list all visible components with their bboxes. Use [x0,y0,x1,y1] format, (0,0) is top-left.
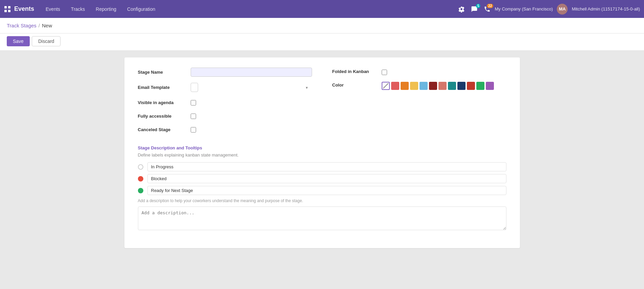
color-swatch-redlight[interactable] [391,82,399,90]
email-template-label: Email Template [138,83,185,90]
email-template-select-wrapper [191,83,312,92]
color-swatch-lightblue[interactable] [420,82,428,90]
app-brand[interactable]: Events [14,5,34,13]
color-swatch-darkblue[interactable] [457,82,466,90]
nav-configuration[interactable]: Configuration [122,4,160,14]
state-input-blocked[interactable] [147,174,506,183]
state-dot-blocked [138,176,143,182]
stage-name-label: Stage Name [138,68,185,75]
grid-menu-icon[interactable] [4,6,11,13]
form-columns: Stage Name Email Template Visible in age… [138,68,506,139]
canceled-stage-checkbox[interactable] [191,127,196,133]
save-button[interactable]: Save [7,36,30,46]
color-swatch-crimson[interactable] [467,82,475,90]
topnav-right: 5 22 My Company (San Francisco) MA Mitch… [458,4,640,15]
canceled-stage-label: Canceled Stage [138,125,185,132]
visible-agenda-checkbox[interactable] [191,100,196,105]
nav-events[interactable]: Events [41,4,65,14]
phone-icon-btn[interactable]: 22 [484,6,491,13]
folded-kanban-group: Folded in Kanban [332,68,506,75]
fully-accessible-label: Fully accessible [138,112,185,119]
color-label: Color [332,81,376,88]
nav-tracks[interactable]: Tracks [66,4,90,14]
discard-button[interactable]: Discard [32,36,61,46]
nav-links: Events Tracks Reporting Configuration [41,4,458,14]
right-column: Folded in Kanban Color [332,68,506,139]
state-dot-ready [138,188,143,193]
phone-badge: 22 [487,4,493,8]
state-row-ready [138,186,506,195]
folded-kanban-checkbox[interactable] [382,70,387,75]
user-avatar[interactable]: MA [557,4,568,15]
fully-accessible-group: Fully accessible [138,112,312,119]
state-radio-inprogress[interactable] [138,164,143,170]
breadcrumb-separator: / [39,23,40,28]
color-swatch-salmon[interactable] [438,82,447,90]
color-swatch-teal[interactable] [448,82,456,90]
color-swatch-green[interactable] [476,82,484,90]
color-swatch-orange[interactable] [401,82,409,90]
breadcrumb-parent[interactable]: Track Stages [7,23,37,28]
folded-kanban-label: Folded in Kanban [332,68,376,74]
action-bar: Save Discard [0,33,644,51]
help-text: Add a description to help your coworkers… [138,198,506,203]
state-input-ready[interactable] [147,186,506,195]
color-swatch-purple[interactable] [486,82,494,90]
chat-badge: 5 [476,4,481,8]
section-divider: Stage Description and Tooltips Define la… [138,145,506,231]
svg-rect-2 [4,10,7,12]
visible-agenda-group: Visible in agenda [138,98,312,105]
color-swatches [382,81,494,90]
settings-icon-btn[interactable] [458,6,465,13]
main-area: Stage Name Email Template Visible in age… [0,51,644,289]
visible-agenda-label: Visible in agenda [138,98,185,105]
state-rows [138,162,506,195]
canceled-stage-group: Canceled Stage [138,125,312,133]
email-template-group: Email Template [138,83,312,92]
svg-rect-0 [4,6,7,8]
section-subtitle: Define labels explaining kanban state ma… [138,152,506,158]
fully-accessible-checkbox[interactable] [191,114,196,119]
state-row-blocked [138,174,506,183]
stage-name-group: Stage Name [138,68,312,77]
color-swatch-yellow[interactable] [410,82,418,90]
state-input-inprogress[interactable] [147,162,506,171]
form-card: Stage Name Email Template Visible in age… [124,57,520,248]
svg-rect-1 [8,6,10,8]
state-row-inprogress [138,162,506,171]
color-group: Color [332,81,506,90]
user-name[interactable]: Mitchell Admin (11517174-15-0-all) [572,6,640,11]
nav-reporting[interactable]: Reporting [91,4,121,14]
email-template-select[interactable] [191,83,198,92]
color-swatch-darkred[interactable] [429,82,437,90]
top-nav: Events Events Tracks Reporting Configura… [0,0,644,18]
chat-icon-btn[interactable]: 5 [471,6,478,13]
description-textarea[interactable] [138,207,506,230]
breadcrumb-current: New [42,23,52,28]
svg-rect-3 [8,10,10,12]
stage-name-input[interactable] [191,68,312,77]
company-name[interactable]: My Company (San Francisco) [495,6,553,11]
section-title: Stage Description and Tooltips [138,145,506,150]
left-column: Stage Name Email Template Visible in age… [138,68,312,139]
color-swatch-none[interactable] [382,82,390,90]
breadcrumb-bar: Track Stages / New [0,18,644,33]
